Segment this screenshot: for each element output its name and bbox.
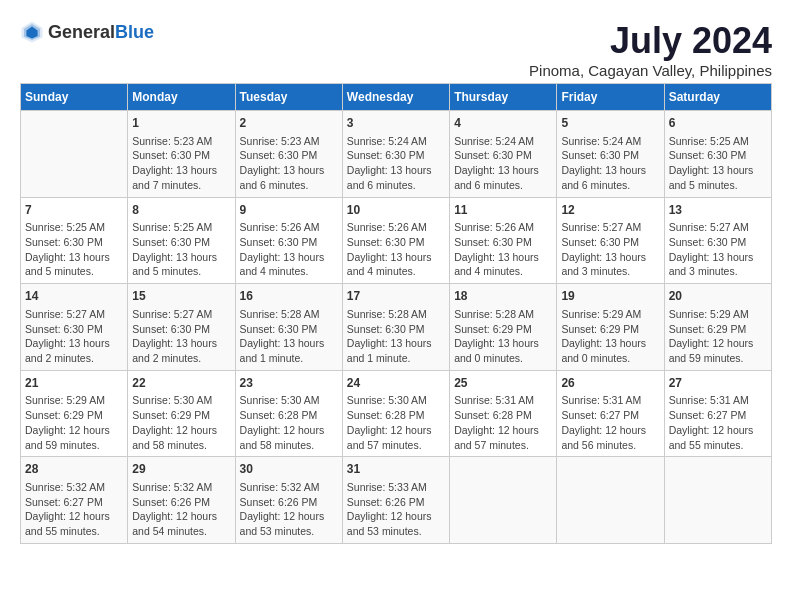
day-info: Daylight: 12 hours [25, 509, 123, 524]
calendar-cell [664, 457, 771, 544]
calendar-cell: 9Sunrise: 5:26 AMSunset: 6:30 PMDaylight… [235, 197, 342, 284]
day-info: Daylight: 13 hours [132, 336, 230, 351]
day-info: Daylight: 12 hours [132, 423, 230, 438]
day-info: Daylight: 13 hours [454, 336, 552, 351]
day-info: Sunrise: 5:24 AM [561, 134, 659, 149]
day-info: and 6 minutes. [347, 178, 445, 193]
day-info: Daylight: 12 hours [454, 423, 552, 438]
day-info: and 57 minutes. [347, 438, 445, 453]
day-info: Sunrise: 5:31 AM [454, 393, 552, 408]
day-info: Sunset: 6:30 PM [561, 148, 659, 163]
calendar-cell: 17Sunrise: 5:28 AMSunset: 6:30 PMDayligh… [342, 284, 449, 371]
header-day-friday: Friday [557, 84, 664, 111]
day-info: Sunset: 6:30 PM [454, 148, 552, 163]
day-info: Sunset: 6:29 PM [669, 322, 767, 337]
title-section: July 2024 Pinoma, Cagayan Valley, Philip… [529, 20, 772, 79]
day-info: Daylight: 13 hours [240, 250, 338, 265]
day-number: 8 [132, 202, 230, 219]
day-number: 3 [347, 115, 445, 132]
day-info: Sunrise: 5:25 AM [25, 220, 123, 235]
day-info: and 5 minutes. [25, 264, 123, 279]
day-info: Sunset: 6:30 PM [669, 148, 767, 163]
day-number: 19 [561, 288, 659, 305]
day-info: Sunrise: 5:24 AM [454, 134, 552, 149]
day-info: Sunset: 6:30 PM [132, 322, 230, 337]
day-info: Sunset: 6:30 PM [347, 322, 445, 337]
day-info: Sunrise: 5:23 AM [240, 134, 338, 149]
day-info: and 54 minutes. [132, 524, 230, 539]
calendar-cell: 7Sunrise: 5:25 AMSunset: 6:30 PMDaylight… [21, 197, 128, 284]
day-number: 25 [454, 375, 552, 392]
calendar-cell: 6Sunrise: 5:25 AMSunset: 6:30 PMDaylight… [664, 111, 771, 198]
day-info: Sunset: 6:30 PM [347, 148, 445, 163]
calendar-cell: 23Sunrise: 5:30 AMSunset: 6:28 PMDayligh… [235, 370, 342, 457]
day-number: 20 [669, 288, 767, 305]
day-info: Sunrise: 5:32 AM [240, 480, 338, 495]
header-day-tuesday: Tuesday [235, 84, 342, 111]
day-number: 17 [347, 288, 445, 305]
day-info: Sunrise: 5:26 AM [240, 220, 338, 235]
day-info: Sunrise: 5:30 AM [132, 393, 230, 408]
day-info: and 0 minutes. [561, 351, 659, 366]
day-info: Sunrise: 5:30 AM [240, 393, 338, 408]
day-info: and 5 minutes. [132, 264, 230, 279]
day-info: Sunset: 6:28 PM [240, 408, 338, 423]
day-info: Sunset: 6:27 PM [25, 495, 123, 510]
day-info: Daylight: 13 hours [25, 250, 123, 265]
day-number: 5 [561, 115, 659, 132]
day-info: Sunrise: 5:31 AM [561, 393, 659, 408]
day-info: and 2 minutes. [25, 351, 123, 366]
subtitle: Pinoma, Cagayan Valley, Philippines [529, 62, 772, 79]
day-info: Sunset: 6:30 PM [25, 322, 123, 337]
calendar-cell: 2Sunrise: 5:23 AMSunset: 6:30 PMDaylight… [235, 111, 342, 198]
calendar-cell: 26Sunrise: 5:31 AMSunset: 6:27 PMDayligh… [557, 370, 664, 457]
header-day-saturday: Saturday [664, 84, 771, 111]
day-info: and 53 minutes. [347, 524, 445, 539]
day-info: Sunset: 6:27 PM [561, 408, 659, 423]
calendar-cell: 8Sunrise: 5:25 AMSunset: 6:30 PMDaylight… [128, 197, 235, 284]
day-info: Daylight: 12 hours [132, 509, 230, 524]
calendar-cell: 16Sunrise: 5:28 AMSunset: 6:30 PMDayligh… [235, 284, 342, 371]
day-number: 16 [240, 288, 338, 305]
day-info: Sunset: 6:30 PM [454, 235, 552, 250]
day-info: Sunset: 6:26 PM [132, 495, 230, 510]
day-number: 27 [669, 375, 767, 392]
day-number: 10 [347, 202, 445, 219]
day-info: Daylight: 13 hours [561, 250, 659, 265]
day-info: Daylight: 12 hours [561, 423, 659, 438]
day-info: and 6 minutes. [454, 178, 552, 193]
header-day-sunday: Sunday [21, 84, 128, 111]
calendar-cell: 21Sunrise: 5:29 AMSunset: 6:29 PMDayligh… [21, 370, 128, 457]
day-number: 1 [132, 115, 230, 132]
day-info: Sunrise: 5:28 AM [240, 307, 338, 322]
day-info: Sunrise: 5:29 AM [25, 393, 123, 408]
day-info: Sunset: 6:30 PM [561, 235, 659, 250]
day-info: Sunrise: 5:31 AM [669, 393, 767, 408]
calendar-cell: 20Sunrise: 5:29 AMSunset: 6:29 PMDayligh… [664, 284, 771, 371]
day-info: Sunset: 6:26 PM [347, 495, 445, 510]
day-info: Daylight: 13 hours [561, 163, 659, 178]
day-info: and 59 minutes. [25, 438, 123, 453]
calendar-cell: 31Sunrise: 5:33 AMSunset: 6:26 PMDayligh… [342, 457, 449, 544]
day-info: Sunset: 6:30 PM [347, 235, 445, 250]
calendar-cell: 27Sunrise: 5:31 AMSunset: 6:27 PMDayligh… [664, 370, 771, 457]
day-info: Sunset: 6:30 PM [240, 322, 338, 337]
header-day-thursday: Thursday [450, 84, 557, 111]
day-info: and 57 minutes. [454, 438, 552, 453]
day-info: Sunrise: 5:30 AM [347, 393, 445, 408]
calendar-cell: 5Sunrise: 5:24 AMSunset: 6:30 PMDaylight… [557, 111, 664, 198]
calendar-cell: 11Sunrise: 5:26 AMSunset: 6:30 PMDayligh… [450, 197, 557, 284]
day-info: Sunrise: 5:26 AM [347, 220, 445, 235]
day-info: Sunrise: 5:29 AM [561, 307, 659, 322]
day-info: Daylight: 12 hours [25, 423, 123, 438]
calendar-cell [450, 457, 557, 544]
day-info: Daylight: 12 hours [240, 423, 338, 438]
day-info: Daylight: 12 hours [347, 509, 445, 524]
week-row-4: 21Sunrise: 5:29 AMSunset: 6:29 PMDayligh… [21, 370, 772, 457]
calendar-cell: 15Sunrise: 5:27 AMSunset: 6:30 PMDayligh… [128, 284, 235, 371]
calendar-body: 1Sunrise: 5:23 AMSunset: 6:30 PMDaylight… [21, 111, 772, 544]
day-info: Sunrise: 5:27 AM [561, 220, 659, 235]
day-number: 13 [669, 202, 767, 219]
day-info: Daylight: 12 hours [240, 509, 338, 524]
day-info: and 4 minutes. [454, 264, 552, 279]
